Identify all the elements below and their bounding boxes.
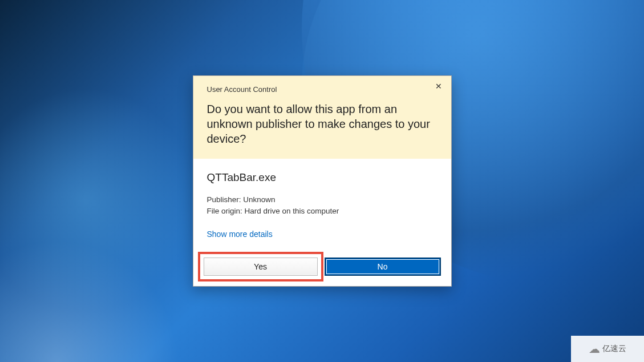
uac-dialog: ✕ User Account Control Do you want to al… (193, 75, 452, 286)
cloud-icon: ☁ (589, 343, 600, 355)
origin-line: File origin: Hard drive on this computer (207, 206, 438, 217)
publisher-line: Publisher: Unknown (207, 194, 438, 206)
origin-value: Hard drive on this computer (245, 207, 339, 215)
dialog-footer: Yes No (193, 250, 451, 286)
app-name: QTTabBar.exe (207, 171, 438, 184)
publisher-value: Unknown (243, 195, 275, 204)
dialog-question: Do you want to allow this app from an un… (207, 102, 438, 146)
yes-button[interactable]: Yes (204, 258, 318, 276)
show-more-details-link[interactable]: Show more details (207, 230, 273, 239)
no-button[interactable]: No (325, 258, 441, 276)
publisher-label: Publisher: (207, 195, 241, 204)
origin-label: File origin: (207, 207, 242, 215)
watermark: ☁ 亿速云 (571, 336, 644, 362)
close-icon[interactable]: ✕ (434, 82, 443, 91)
watermark-text: 亿速云 (602, 344, 626, 354)
dialog-title: User Account Control (207, 85, 438, 94)
dialog-header: ✕ User Account Control Do you want to al… (193, 76, 451, 159)
dialog-body: QTTabBar.exe Publisher: Unknown File ori… (193, 159, 451, 249)
